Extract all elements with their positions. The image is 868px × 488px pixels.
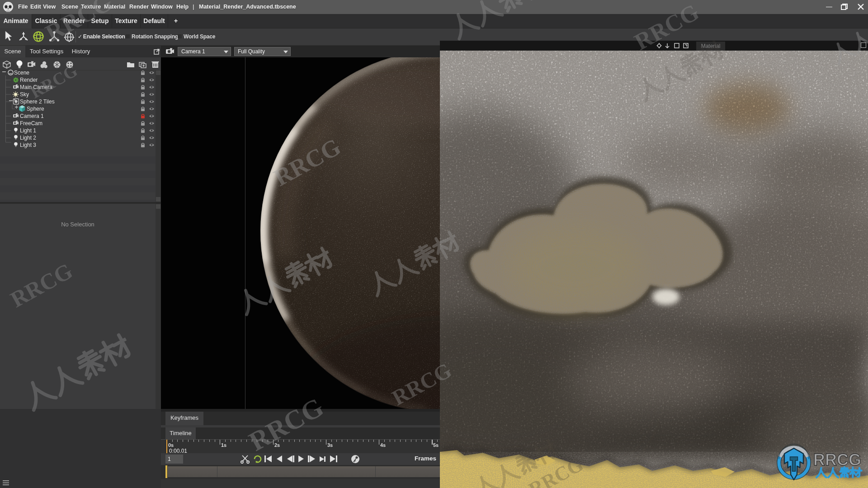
svg-text:RRCG: RRCG xyxy=(813,450,861,469)
